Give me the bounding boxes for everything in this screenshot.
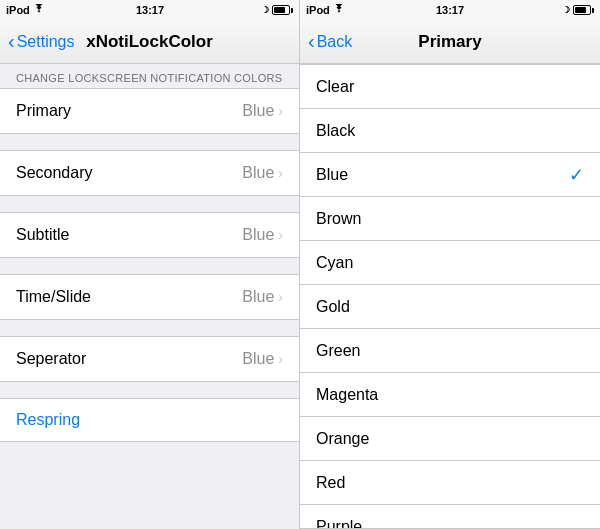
left-panel: iPod 13:17 ☽ ‹ Settings xNotiLockColor C…: [0, 0, 300, 529]
color-clear-label: Clear: [316, 78, 354, 96]
primary-value: Blue ›: [242, 102, 283, 120]
seperator-group: Seperator Blue ›: [0, 336, 299, 382]
left-nav-title: xNotiLockColor: [86, 32, 213, 52]
color-green[interactable]: Green: [300, 329, 600, 373]
left-time: 13:17: [136, 4, 164, 16]
color-gold-label: Gold: [316, 298, 350, 316]
secondary-group: Secondary Blue ›: [0, 150, 299, 196]
color-red[interactable]: Red: [300, 461, 600, 505]
left-device-label: iPod: [6, 4, 30, 16]
color-black[interactable]: Black: [300, 109, 600, 153]
primary-value-text: Blue: [242, 102, 274, 120]
color-list: Clear Black Blue ✓ Brown Cyan Gold Green…: [300, 64, 600, 529]
spacer-4: [0, 320, 299, 336]
color-orange[interactable]: Orange: [300, 417, 600, 461]
color-blue[interactable]: Blue ✓: [300, 153, 600, 197]
subtitle-value-text: Blue: [242, 226, 274, 244]
timeslide-chevron-icon: ›: [278, 289, 283, 305]
secondary-chevron-icon: ›: [278, 165, 283, 181]
right-nav-bar: ‹ Back Primary: [300, 20, 600, 64]
secondary-value-text: Blue: [242, 164, 274, 182]
left-status-right: ☽: [261, 5, 293, 15]
color-purple-label: Purple: [316, 518, 362, 529]
left-battery-icon: [272, 5, 293, 15]
timeslide-value-text: Blue: [242, 288, 274, 306]
color-purple[interactable]: Purple: [300, 505, 600, 529]
secondary-value: Blue ›: [242, 164, 283, 182]
color-blue-check-icon: ✓: [569, 164, 584, 186]
subtitle-value: Blue ›: [242, 226, 283, 244]
left-back-label: Settings: [17, 33, 75, 51]
color-orange-label: Orange: [316, 430, 369, 448]
left-list-group: Primary Blue ›: [0, 88, 299, 134]
primary-label: Primary: [16, 102, 71, 120]
color-blue-label: Blue: [316, 166, 348, 184]
right-status-left: iPod: [306, 4, 345, 16]
left-back-chevron-icon: ‹: [8, 31, 15, 51]
left-nav-bar: ‹ Settings xNotiLockColor: [0, 20, 299, 64]
subtitle-group: Subtitle Blue ›: [0, 212, 299, 258]
left-status-bar: iPod 13:17 ☽: [0, 0, 299, 20]
spacer-2: [0, 196, 299, 212]
color-black-label: Black: [316, 122, 355, 140]
timeslide-label: Time/Slide: [16, 288, 91, 306]
color-clear[interactable]: Clear: [300, 65, 600, 109]
primary-chevron-icon: ›: [278, 103, 283, 119]
right-back-label: Back: [317, 33, 353, 51]
seperator-label: Seperator: [16, 350, 86, 368]
color-red-label: Red: [316, 474, 345, 492]
color-brown[interactable]: Brown: [300, 197, 600, 241]
subtitle-chevron-icon: ›: [278, 227, 283, 243]
subtitle-label: Subtitle: [16, 226, 69, 244]
right-battery-icon: [573, 5, 594, 15]
color-magenta-label: Magenta: [316, 386, 378, 404]
timeslide-value: Blue ›: [242, 288, 283, 306]
seperator-item[interactable]: Seperator Blue ›: [0, 337, 299, 381]
left-wifi-icon: [33, 4, 45, 16]
right-status-right: ☽: [562, 5, 594, 15]
secondary-label: Secondary: [16, 164, 93, 182]
timeslide-group: Time/Slide Blue ›: [0, 274, 299, 320]
respring-label: Respring: [16, 411, 80, 429]
color-magenta[interactable]: Magenta: [300, 373, 600, 417]
right-panel: iPod 13:17 ☽ ‹ Back Primary Clear Black: [300, 0, 600, 529]
left-back-button[interactable]: ‹ Settings: [8, 32, 74, 51]
spacer-1: [0, 134, 299, 150]
left-status-left: iPod: [6, 4, 45, 16]
primary-item[interactable]: Primary Blue ›: [0, 89, 299, 133]
seperator-value: Blue ›: [242, 350, 283, 368]
right-device-label: iPod: [306, 4, 330, 16]
left-moon-icon: ☽: [261, 5, 269, 15]
color-brown-label: Brown: [316, 210, 361, 228]
right-moon-icon: ☽: [562, 5, 570, 15]
seperator-chevron-icon: ›: [278, 351, 283, 367]
right-status-bar: iPod 13:17 ☽: [300, 0, 600, 20]
color-gold[interactable]: Gold: [300, 285, 600, 329]
right-back-chevron-icon: ‹: [308, 31, 315, 51]
right-back-button[interactable]: ‹ Back: [308, 32, 352, 51]
color-green-label: Green: [316, 342, 360, 360]
spacer-3: [0, 258, 299, 274]
timeslide-item[interactable]: Time/Slide Blue ›: [0, 275, 299, 319]
respring-item[interactable]: Respring: [0, 398, 299, 442]
right-time: 13:17: [436, 4, 464, 16]
seperator-value-text: Blue: [242, 350, 274, 368]
right-wifi-icon: [333, 4, 345, 16]
right-nav-title: Primary: [418, 32, 481, 52]
subtitle-item[interactable]: Subtitle Blue ›: [0, 213, 299, 257]
color-cyan-label: Cyan: [316, 254, 353, 272]
color-cyan[interactable]: Cyan: [300, 241, 600, 285]
left-section-header: CHANGE LOCKSCREEN NOTIFICATION COLORS: [0, 64, 299, 88]
secondary-item[interactable]: Secondary Blue ›: [0, 151, 299, 195]
